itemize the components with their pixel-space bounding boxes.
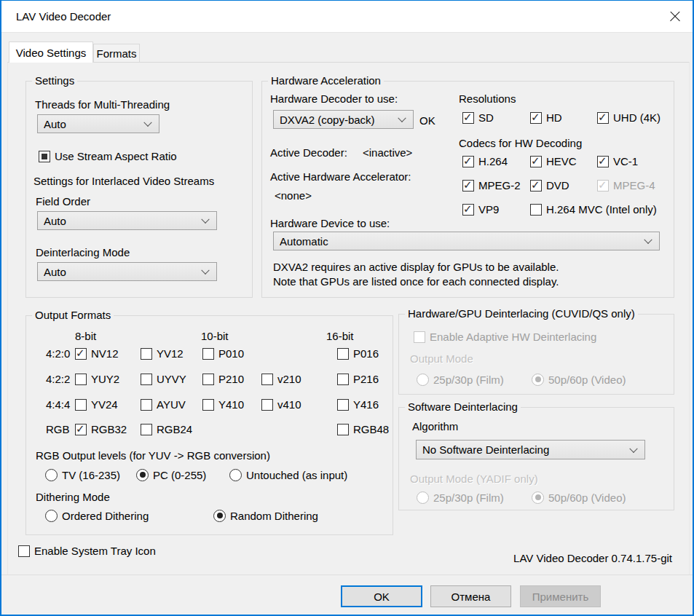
- checkbox-dvd[interactable]: DVD: [530, 179, 569, 191]
- deinterlacing-mode-label: Deinterlacing Mode: [36, 246, 130, 258]
- radio-random-dithering[interactable]: Random Dithering: [213, 509, 318, 522]
- checkbox-label: AYUV: [157, 398, 186, 411]
- cancel-button[interactable]: Отмена: [430, 585, 511, 607]
- radio-label: 25p/30p (Film): [433, 491, 504, 504]
- checkbox-vc1[interactable]: VC-1: [597, 155, 638, 167]
- checkbox-system-tray-icon[interactable]: Enable System Tray Icon: [18, 545, 156, 557]
- deinterlacing-mode-select[interactable]: Auto: [37, 262, 217, 281]
- algorithm-select[interactable]: No Software Deinterlacing: [416, 440, 645, 459]
- checkbox-y410[interactable]: Y410: [202, 398, 244, 411]
- checkbox-icon: [530, 180, 542, 191]
- lav-video-decoder-dialog: LAV Video Decoder Video Settings Formats…: [0, 0, 694, 616]
- checkbox-v210[interactable]: v210: [261, 373, 301, 385]
- selected-value: Auto: [44, 266, 66, 278]
- checkbox-v410[interactable]: v410: [261, 398, 301, 411]
- checkbox-icon: [18, 545, 30, 557]
- group-label: Hardware Acceleration: [268, 74, 384, 87]
- group-label: Output Formats: [32, 309, 114, 321]
- checkbox-sd[interactable]: SD: [462, 111, 494, 124]
- radio-pc-levels[interactable]: PC (0-255): [136, 468, 206, 481]
- checkbox-icon: [462, 180, 474, 191]
- checkbox-rgb48[interactable]: RGB48: [337, 423, 389, 435]
- checkbox-rgb32[interactable]: RGB32: [75, 423, 127, 435]
- row-label-420: 4:2:0: [46, 347, 70, 360]
- group-label: Software Deinterlacing: [405, 400, 521, 413]
- checkbox-y416[interactable]: Y416: [337, 398, 379, 411]
- checkbox-label: Enable System Tray Icon: [34, 545, 156, 557]
- checkbox-nv12[interactable]: NV12: [75, 347, 119, 360]
- radio-tv-levels[interactable]: TV (16-235): [45, 468, 120, 481]
- checkbox-ayuv[interactable]: AYUV: [141, 398, 186, 411]
- hw-decoder-select[interactable]: DXVA2 (copy-back): [273, 110, 414, 129]
- interlaced-heading: Settings for Interlaced Video Streams: [33, 175, 214, 187]
- hw-device-select[interactable]: Automatic: [273, 232, 660, 250]
- bit-header-10: 10-bit: [201, 330, 229, 342]
- checkbox-label: P010: [218, 347, 244, 360]
- field-order-label: Field Order: [36, 195, 90, 208]
- threads-select[interactable]: Auto: [37, 114, 159, 133]
- resolutions-label: Resolutions: [459, 92, 516, 105]
- checkbox-p016[interactable]: P016: [337, 347, 379, 360]
- checkbox-p216[interactable]: P216: [337, 373, 379, 385]
- close-button[interactable]: [662, 5, 688, 28]
- checkbox-label: YV12: [157, 347, 184, 360]
- checkbox-label: HEVC: [546, 155, 577, 167]
- selected-value: Auto: [44, 215, 66, 227]
- hw-decoder-status: OK: [419, 114, 435, 127]
- close-icon: [669, 10, 682, 23]
- hw-decoder-label: Hardware Decoder to use:: [270, 92, 398, 105]
- checkbox-icon: [141, 348, 152, 360]
- checkbox-uyvy[interactable]: UYVY: [141, 373, 186, 385]
- checkbox-icon: [75, 399, 87, 411]
- selected-value: No Software Deinterlacing: [422, 443, 549, 456]
- radio-icon: [136, 469, 149, 481]
- checkbox-label: DVD: [546, 179, 569, 191]
- output-formats-group: Output Formats 8-bit 10-bit 16-bit 4:2:0…: [25, 315, 393, 535]
- checkbox-icon: [39, 151, 50, 162]
- checkbox-icon: [141, 424, 152, 435]
- radio-ordered-dithering[interactable]: Ordered Dithering: [45, 509, 149, 522]
- checkbox-label: MPEG-2: [478, 179, 521, 191]
- checkbox-yv12[interactable]: YV12: [141, 347, 184, 360]
- checkbox-label: Y416: [353, 398, 379, 411]
- radio-icon: [229, 469, 242, 481]
- checkbox-label: VP9: [478, 203, 499, 216]
- radio-untouched-levels[interactable]: Untouched (as input): [229, 468, 347, 481]
- chevron-down-icon: [201, 216, 209, 224]
- ok-button[interactable]: OK: [341, 585, 422, 607]
- checkbox-label: Y410: [218, 398, 244, 411]
- tab-video-settings[interactable]: Video Settings: [9, 42, 93, 63]
- checkbox-vp9[interactable]: VP9: [462, 203, 499, 216]
- tab-formats[interactable]: Formats: [93, 44, 140, 62]
- checkbox-hd[interactable]: HD: [530, 111, 562, 124]
- radio-label: Ordered Dithering: [62, 510, 149, 522]
- checkbox-icon: [75, 348, 87, 360]
- checkbox-h264-mvc[interactable]: H.264 MVC (Intel only): [530, 203, 657, 216]
- checkbox-label: P016: [353, 347, 379, 360]
- checkbox-yv24[interactable]: YV24: [75, 398, 118, 411]
- radio-label: 25p/30p (Film): [433, 374, 504, 386]
- radio-label: Untouched (as input): [246, 469, 347, 481]
- checkbox-use-stream-aspect-ratio[interactable]: Use Stream Aspect Ratio: [39, 150, 177, 162]
- checkbox-mpeg2[interactable]: MPEG-2: [462, 179, 521, 191]
- checkbox-icon: [462, 204, 474, 216]
- checkbox-h264[interactable]: H.264: [462, 155, 508, 167]
- hw-deinterlacing-group: Hardware/GPU Deinterlacing (CUVID/QS onl…: [398, 314, 674, 395]
- checkbox-icon: [75, 424, 87, 435]
- radio-icon: [532, 491, 544, 504]
- window-title: LAV Video Decoder: [16, 1, 111, 32]
- checkbox-yuy2[interactable]: YUY2: [75, 373, 119, 385]
- field-order-select[interactable]: Auto: [37, 211, 217, 230]
- checkbox-icon: [202, 374, 214, 385]
- checkbox-label: RGB32: [91, 423, 127, 435]
- checkbox-label: v410: [277, 398, 301, 411]
- checkbox-hevc[interactable]: HEVC: [530, 155, 577, 167]
- radio-label: PC (0-255): [153, 469, 206, 481]
- checkbox-p210[interactable]: P210: [202, 373, 244, 385]
- checkbox-p010[interactable]: P010: [202, 347, 244, 360]
- settings-group: Settings Threads for Multi-Threading Aut…: [25, 81, 253, 298]
- dithering-mode-label: Dithering Mode: [36, 491, 110, 503]
- threads-label: Threads for Multi-Threading: [35, 98, 170, 111]
- checkbox-uhd-4k[interactable]: UHD (4K): [597, 111, 661, 124]
- checkbox-rgb24[interactable]: RGB24: [141, 423, 192, 435]
